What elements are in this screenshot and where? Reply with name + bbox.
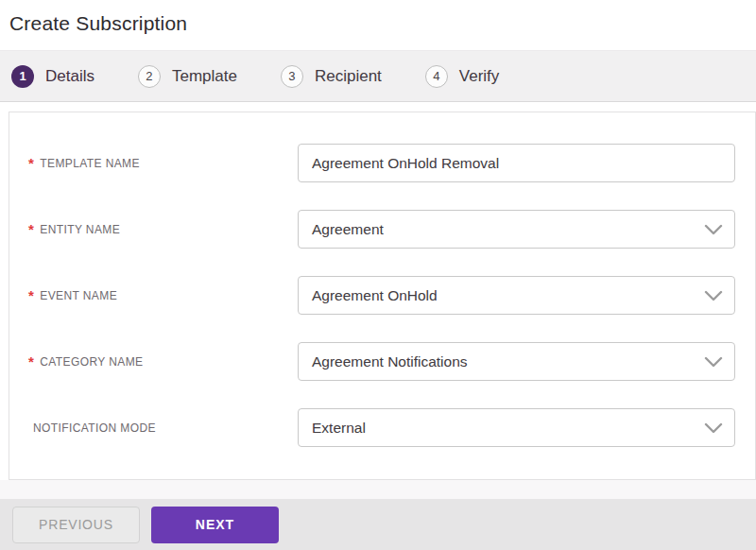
entity-name-value: Agreement <box>312 221 384 238</box>
category-name-select[interactable]: Agreement Notifications <box>298 342 735 381</box>
event-name-label-text: EVENT NAME <box>40 289 117 302</box>
entity-name-label-text: ENTITY NAME <box>40 223 120 236</box>
previous-button[interactable]: PREVIOUS <box>12 507 140 543</box>
category-name-value: Agreement Notifications <box>312 353 468 370</box>
required-asterisk: * <box>28 222 34 236</box>
field-row-template-name: * TEMPLATE NAME <box>28 144 735 182</box>
step-template-label: Template <box>172 67 237 86</box>
entity-name-select[interactable]: Agreement <box>298 210 735 249</box>
page-header: Create Subscription <box>0 0 756 50</box>
required-asterisk: * <box>28 288 34 302</box>
page-title: Create Subscription <box>9 12 756 35</box>
step-verify[interactable]: 4 Verify <box>425 65 500 88</box>
required-asterisk: * <box>28 156 34 170</box>
step-recipient-number: 3 <box>281 65 303 88</box>
step-template-number: 2 <box>138 65 161 88</box>
step-template[interactable]: 2 Template <box>138 65 237 88</box>
step-details-number: 1 <box>11 65 34 88</box>
entity-name-label: * ENTITY NAME <box>28 222 298 236</box>
wizard-stepper: 1 Details 2 Template 3 Recipient 4 Verif… <box>0 50 756 102</box>
step-recipient[interactable]: 3 Recipient <box>281 65 382 88</box>
step-verify-label: Verify <box>459 67 500 86</box>
wizard-footer: PREVIOUS NEXT <box>0 499 756 550</box>
step-details[interactable]: 1 Details <box>11 65 94 88</box>
template-name-ctl <box>298 144 735 182</box>
template-name-label: * TEMPLATE NAME <box>28 156 298 170</box>
field-row-category-name: * CATEGORY NAME Agreement Notifications <box>28 342 735 381</box>
event-name-ctl: Agreement OnHold <box>298 276 735 315</box>
category-name-label-text: CATEGORY NAME <box>40 355 143 369</box>
event-name-select[interactable]: Agreement OnHold <box>298 276 735 315</box>
notification-mode-ctl: External <box>298 408 735 447</box>
field-row-entity-name: * ENTITY NAME Agreement <box>28 210 735 249</box>
event-name-label: * EVENT NAME <box>28 288 298 302</box>
field-row-event-name: * EVENT NAME Agreement OnHold <box>28 276 735 315</box>
notification-mode-select[interactable]: External <box>298 408 735 447</box>
category-name-label: * CATEGORY NAME <box>28 354 298 369</box>
category-name-ctl: Agreement Notifications <box>298 342 735 381</box>
required-asterisk: * <box>28 354 34 369</box>
step-recipient-label: Recipient <box>315 67 382 86</box>
step-details-label: Details <box>45 67 94 86</box>
notification-mode-label: NOTIFICATION MODE <box>28 421 298 435</box>
event-name-value: Agreement OnHold <box>312 287 438 304</box>
notification-mode-value: External <box>312 420 366 437</box>
template-name-label-text: TEMPLATE NAME <box>40 157 140 170</box>
template-name-input[interactable] <box>298 144 735 182</box>
step-verify-number: 4 <box>425 65 448 88</box>
next-button[interactable]: NEXT <box>151 507 279 543</box>
notification-mode-label-text: NOTIFICATION MODE <box>33 421 156 435</box>
details-form-card: * TEMPLATE NAME * ENTITY NAME Agreement … <box>9 112 756 480</box>
card-footer-gap <box>0 480 756 499</box>
field-row-notification-mode: NOTIFICATION MODE External <box>28 408 735 447</box>
entity-name-ctl: Agreement <box>298 210 735 249</box>
